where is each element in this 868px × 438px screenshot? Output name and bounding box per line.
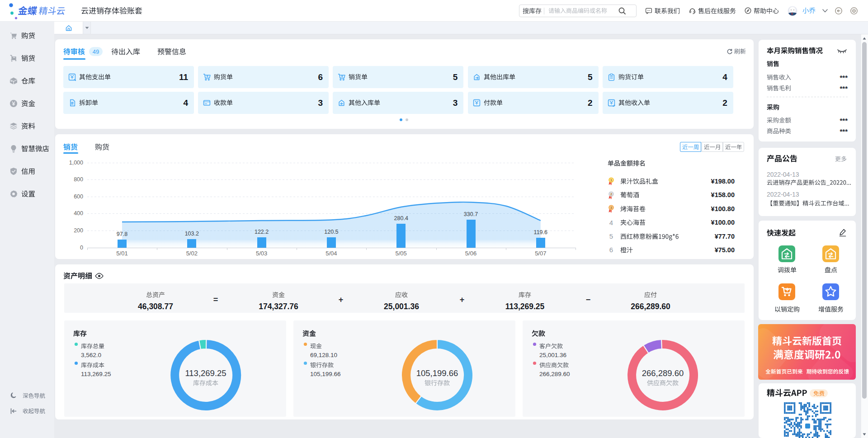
svg-text:2: 2 xyxy=(610,192,612,196)
svg-text:3: 3 xyxy=(610,206,612,210)
svg-text:1: 1 xyxy=(610,178,612,182)
